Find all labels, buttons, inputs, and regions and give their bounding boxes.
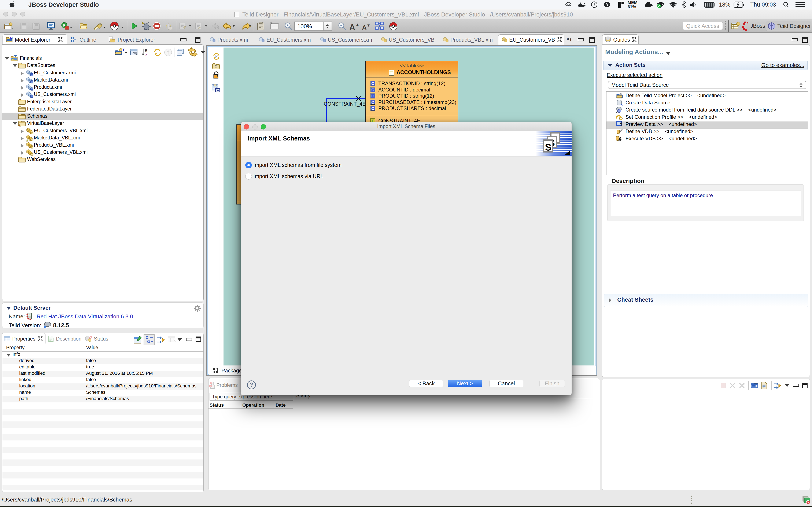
- svg-text:!: !: [19, 125, 20, 126]
- svg-text:M: M: [10, 36, 13, 40]
- svg-text:!: !: [13, 58, 13, 60]
- svg-text:x: x: [210, 385, 211, 387]
- svg-text:!: !: [27, 139, 28, 142]
- svg-text:S: S: [545, 142, 552, 153]
